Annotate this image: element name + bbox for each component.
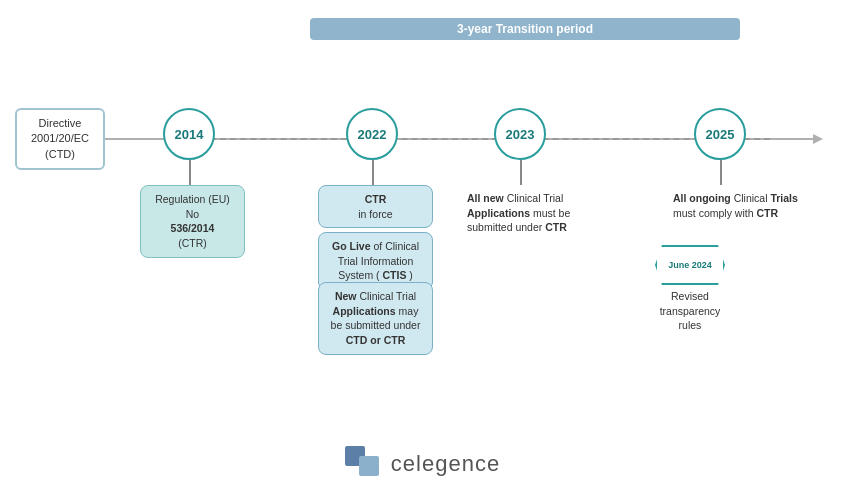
year-node-2025: 2025	[694, 108, 746, 160]
year-node-2022: 2022	[346, 108, 398, 160]
golive-bold: Go Live	[332, 240, 371, 252]
transition-label: 3-year Transition period	[457, 22, 593, 36]
regulation-text1: Regulation (EU) No	[155, 193, 230, 220]
golive-close: )	[409, 269, 413, 281]
box-2023: All new Clinical Trial Applications must…	[460, 185, 590, 241]
new-app-bold3: CTD or CTR	[346, 334, 406, 346]
transition-banner: 3-year Transition period	[310, 18, 740, 40]
2025-bold1: All ongoing	[673, 192, 731, 204]
footer: celegence	[0, 446, 845, 482]
new-app-bold2: Applications	[333, 305, 396, 317]
june2024-text: Revised transparency rules	[660, 289, 721, 333]
ctd-line3: (CTD)	[45, 148, 75, 160]
regulation-box: Regulation (EU) No 536/2014 (CTR)	[140, 185, 245, 258]
ctr-inforce-box: CTR in force	[318, 185, 433, 228]
year-node-2014: 2014	[163, 108, 215, 160]
2025-text1: Clinical	[734, 192, 771, 204]
june2024-line2: transparency	[660, 305, 721, 317]
year-node-2023: 2023	[494, 108, 546, 160]
2023-bold3: CTR	[545, 221, 567, 233]
timeline-dashed	[190, 138, 770, 140]
ctd-connector-line	[105, 138, 170, 140]
2025-bold2: Trials	[770, 192, 797, 204]
2023-text1: Clinical Trial	[507, 192, 564, 204]
june2024-hex-container: June 2024 Revised transparency rules	[655, 245, 725, 333]
2025-bold3: CTR	[756, 207, 778, 219]
june2024-label: June 2024	[668, 260, 712, 270]
ctd-box: Directive 2001/20/EC (CTD)	[15, 108, 105, 170]
ctis-bold: CTIS	[383, 269, 407, 281]
2023-bold1: All new	[467, 192, 504, 204]
box-2025: All ongoing Clinical Trials must comply …	[666, 185, 806, 226]
new-app-bold1: New	[335, 290, 357, 302]
logo-square-2	[359, 456, 379, 476]
june2024-line1: Revised	[671, 290, 709, 302]
regulation-text2: 536/2014	[171, 222, 215, 234]
regulation-text3: (CTR)	[178, 237, 207, 249]
june2024-line3: rules	[679, 319, 702, 331]
celegence-logo-icon	[345, 446, 381, 482]
june2024-hexagon: June 2024	[655, 245, 725, 285]
new-app-box: New Clinical Trial Applications may be s…	[318, 282, 433, 355]
2023-bold2: Applications	[467, 207, 530, 219]
ctr-inforce-text: in force	[358, 208, 392, 220]
ctr-bold: CTR	[365, 193, 387, 205]
2025-text2: must comply with	[673, 207, 756, 219]
new-app-text1: Clinical Trial	[359, 290, 416, 302]
celegence-logo-text: celegence	[391, 451, 500, 477]
ctd-line2: 2001/20/EC	[31, 132, 89, 144]
timeline-container: 3-year Transition period Directive 2001/…	[0, 0, 845, 420]
ctd-line1: Directive	[39, 117, 82, 129]
